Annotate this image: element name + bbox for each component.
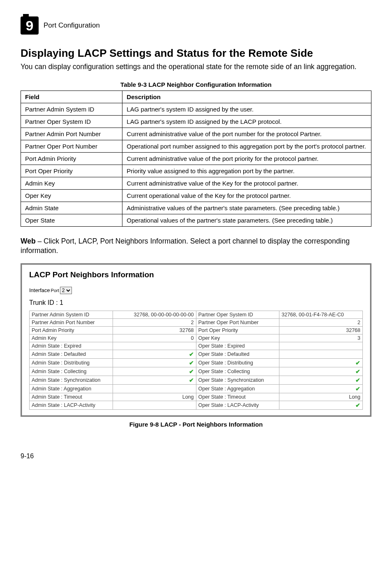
right-label-cell: Oper State : Distributing: [196, 358, 279, 367]
table-row: Admin State : Distributing✔Oper State : …: [30, 358, 363, 367]
right-value-cell: 2: [279, 318, 363, 326]
right-value-cell: 32768: [279, 326, 363, 334]
left-value-cell: 32768: [113, 326, 196, 334]
right-value-cell: [279, 350, 363, 358]
left-value-cell: ✔: [113, 358, 196, 367]
chapter-name: Port Configuration: [44, 21, 100, 30]
table-row: Port Admin PriorityCurrent administrativ…: [21, 152, 371, 165]
right-value-cell: ✔: [279, 358, 363, 367]
figure-caption: Figure 9-8 LACP - Port Neighbors Informa…: [21, 421, 371, 428]
field-cell: Port Oper Priority: [21, 165, 122, 177]
table-row: Port Oper PriorityPriority value assigne…: [21, 165, 371, 177]
field-cell: Partner Oper Port Number: [21, 140, 122, 152]
chapter-number-icon: 9: [21, 16, 39, 35]
right-label-cell: Partner Oper Port Number: [196, 318, 279, 326]
field-cell: Partner Admin System ID: [21, 103, 122, 115]
chapter-header: 9 Port Configuration: [21, 16, 371, 35]
right-label-cell: Oper State : Synchronization: [196, 376, 279, 384]
right-value-cell: ✔: [279, 384, 363, 393]
desc-cell: Priority value assigned to this aggregat…: [122, 165, 371, 177]
right-label-cell: Oper State : Collecting: [196, 367, 279, 376]
left-value-cell: ✔: [113, 367, 196, 376]
check-icon: ✔: [355, 377, 360, 383]
table-row: Admin Key0Oper Key3: [30, 334, 363, 342]
left-value-cell: Long: [113, 393, 196, 401]
left-value-cell: ✔: [113, 376, 196, 384]
right-label-cell: Port Oper Priority: [196, 326, 279, 334]
desc-cell: LAG partner's system ID assigned by the …: [122, 103, 371, 115]
interface-port-select[interactable]: 2: [60, 287, 72, 294]
check-icon: ✔: [189, 351, 194, 357]
right-label-cell: Oper State : LACP-Activity: [196, 401, 279, 409]
left-label-cell: Partner Admin Port Number: [30, 318, 113, 326]
check-icon: ✔: [355, 402, 360, 409]
desc-cell: Current administrative value of the port…: [122, 128, 371, 140]
table-row: Partner Admin Port NumberCurrent adminis…: [21, 128, 371, 140]
desc-cell: LAG partner's system ID assigned by the …: [122, 115, 371, 128]
interface-label: Interface: [29, 287, 50, 293]
field-cell: Partner Admin Port Number: [21, 128, 122, 140]
lacp-panel-title: LACP Port Neighbors Information: [29, 270, 363, 279]
right-value-cell: ✔: [279, 376, 363, 384]
left-value-cell: ✔: [113, 350, 196, 358]
table-row: Admin State : Synchronization✔Oper State…: [30, 376, 363, 384]
table-row: Partner Oper Port NumberOperational port…: [21, 140, 371, 152]
left-label-cell: Admin State : LACP-Activity: [30, 401, 113, 409]
table-caption: Table 9-3 LACP Neighbor Configuration In…: [21, 81, 371, 88]
table-row: Partner Admin Port Number2Partner Oper P…: [30, 318, 363, 326]
left-label-cell: Admin State : Collecting: [30, 367, 113, 376]
field-cell: Admin Key: [21, 177, 122, 189]
left-label-cell: Admin Key: [30, 334, 113, 342]
left-label-cell: Admin State : Distributing: [30, 358, 113, 367]
right-value-cell: 3: [279, 334, 363, 342]
lacp-neighbors-screenshot: LACP Port Neighbors Information Interfac…: [21, 263, 371, 417]
col-field: Field: [21, 91, 122, 103]
table-row: Admin State : Defaulted✔Oper State : Def…: [30, 350, 363, 358]
table-row: Admin State : AggregationOper State : Ag…: [30, 384, 363, 393]
table-row: Admin StateAdministrative values of the …: [21, 202, 371, 214]
trunk-id: Trunk ID : 1: [29, 299, 363, 306]
table-row: Oper KeyCurrent operational value of the…: [21, 189, 371, 202]
left-value-cell: [113, 342, 196, 350]
right-label-cell: Oper State : Timeout: [196, 393, 279, 401]
right-label-cell: Oper State : Aggregation: [196, 384, 279, 393]
table-row: Admin State : Collecting✔Oper State : Co…: [30, 367, 363, 376]
left-label-cell: Partner Admin System ID: [30, 311, 113, 318]
lacp-neighbors-table: Partner Admin System ID32768, 00-00-00-0…: [29, 311, 363, 410]
check-icon: ✔: [189, 368, 194, 375]
page-number: 9-16: [21, 453, 371, 460]
check-icon: ✔: [189, 360, 194, 366]
desc-cell: Operational values of the partner's stat…: [122, 214, 371, 226]
left-value-cell: 32768, 00-00-00-00-00-00: [113, 311, 196, 318]
lacp-neighbor-config-table: Field Description Partner Admin System I…: [21, 91, 371, 227]
left-label-cell: Admin State : Synchronization: [30, 376, 113, 384]
right-value-cell: [279, 342, 363, 350]
table-row: Admin State : LACP-ActivityOper State : …: [30, 401, 363, 409]
col-description: Description: [122, 91, 371, 103]
table-row: Oper StateOperational values of the part…: [21, 214, 371, 226]
chapter-number: 9: [26, 18, 34, 34]
section-heading: Displaying LACP Settings and Status for …: [21, 47, 371, 60]
right-value-cell: ✔: [279, 401, 363, 409]
desc-cell: Operational port number assigned to this…: [122, 140, 371, 152]
field-cell: Partner Oper System ID: [21, 115, 122, 128]
field-cell: Oper Key: [21, 189, 122, 202]
table-row: Partner Admin System ID32768, 00-00-00-0…: [30, 311, 363, 318]
table-row: Admin KeyCurrent administrative value of…: [21, 177, 371, 189]
left-value-cell: [113, 384, 196, 393]
left-label-cell: Admin State : Defaulted: [30, 350, 113, 358]
left-value-cell: [113, 401, 196, 409]
table-row: Admin State : TimeoutLongOper State : Ti…: [30, 393, 363, 401]
left-label-cell: Admin State : Expired: [30, 342, 113, 350]
table-row: Port Admin Priority32768Port Oper Priori…: [30, 326, 363, 334]
desc-cell: Administrative values of the partner's s…: [122, 202, 371, 214]
field-cell: Port Admin Priority: [21, 152, 122, 165]
check-icon: ✔: [355, 385, 360, 392]
web-instructions: Web – Click Port, LACP, Port Neighbors I…: [21, 237, 371, 256]
field-cell: Oper State: [21, 214, 122, 226]
table-row: Partner Oper System IDLAG partner's syst…: [21, 115, 371, 128]
right-label-cell: Oper Key: [196, 334, 279, 342]
table-row: Admin State : ExpiredOper State : Expire…: [30, 342, 363, 350]
left-label-cell: Admin State : Aggregation: [30, 384, 113, 393]
interface-sublabel: Port: [51, 288, 59, 293]
